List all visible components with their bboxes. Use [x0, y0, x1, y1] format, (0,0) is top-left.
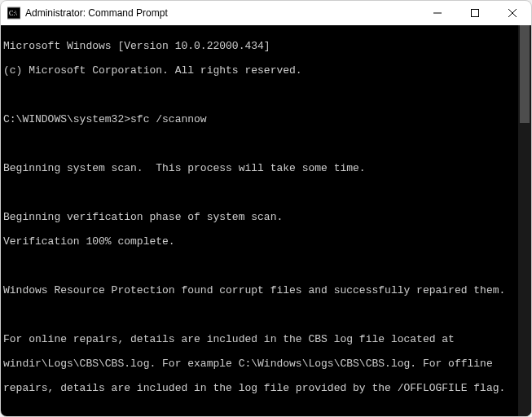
terminal-line: [3, 89, 518, 101]
terminal-line: Verification 100% complete.: [3, 235, 518, 248]
svg-rect-3: [472, 10, 479, 17]
vertical-scrollbar[interactable]: [518, 25, 531, 416]
scrollbar-thumb[interactable]: [520, 25, 530, 123]
terminal-line: Beginning verification phase of system s…: [3, 211, 518, 223]
terminal-line: Microsoft Windows [Version 10.0.22000.43…: [3, 40, 518, 52]
terminal-line: Windows Resource Protection found corrup…: [3, 284, 518, 296]
terminal-line: [3, 260, 518, 272]
maximize-button[interactable]: [456, 1, 494, 25]
terminal-line: For online repairs, details are included…: [3, 333, 518, 345]
terminal-line: Beginning system scan. This process will…: [3, 162, 518, 174]
window-title: Administrator: Command Prompt: [25, 7, 419, 19]
terminal-line: [3, 309, 518, 321]
terminal-line: [3, 138, 518, 150]
cmd-icon: C:\: [7, 7, 20, 20]
terminal-line: repairs, details are included in the log…: [3, 382, 518, 394]
svg-text:C:\: C:\: [9, 10, 18, 17]
terminal-line: (c) Microsoft Corporation. All rights re…: [3, 64, 518, 77]
terminal-line: windir\Logs\CBS\CBS.log. For example C:\…: [3, 358, 518, 370]
terminal-line: C:\WINDOWS\system32>sfc /scannow: [3, 113, 518, 125]
terminal-line: [3, 187, 518, 199]
window-controls: [419, 1, 531, 25]
terminal-line: [3, 406, 518, 416]
close-button[interactable]: [494, 1, 531, 25]
window-titlebar[interactable]: C:\ Administrator: Command Prompt: [1, 1, 531, 25]
minimize-button[interactable]: [419, 1, 456, 25]
terminal-output: Microsoft Windows [Version 10.0.22000.43…: [1, 25, 518, 416]
terminal-area[interactable]: Microsoft Windows [Version 10.0.22000.43…: [1, 25, 531, 416]
